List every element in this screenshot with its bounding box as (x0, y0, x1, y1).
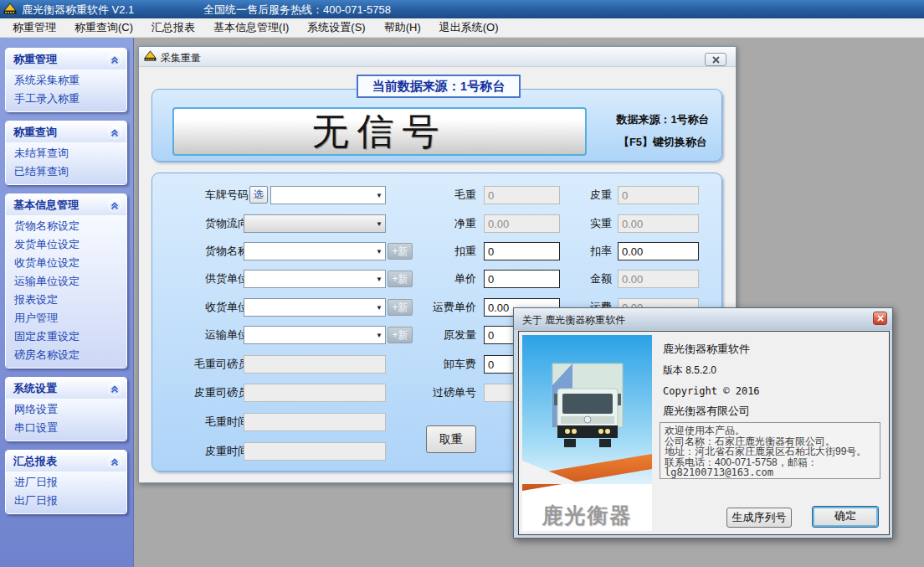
chevron-down-icon: ▼ (376, 192, 382, 199)
sidebar-header-weigh-manage[interactable]: 称重管理 (6, 49, 126, 70)
goods-name-combobox[interactable]: ▼ (244, 242, 386, 260)
app-titlebar: 鹿光衡器称重软件 V2.1 全国统一售后服务热线：400-071-5758 (0, 0, 924, 18)
truck-photo-caption: 鹿光衡器 (522, 502, 652, 529)
gross-operator-label: 毛重司磅员 (157, 357, 249, 372)
truck-photo: 鹿光衡器 (522, 335, 652, 531)
menu-system-settings[interactable]: 系统设置(S) (298, 18, 374, 37)
about-info-line: 地址：河北省石家庄鹿泉区石柏北大街99号。 (665, 446, 875, 457)
sidebar-header-label: 称重查询 (13, 125, 57, 140)
sidebar-header-system-settings[interactable]: 系统设置 (6, 378, 126, 399)
sidebar-item-shipper-setting[interactable]: 发货单位设定 (6, 235, 126, 254)
plate-number-label: 车牌号码 (157, 188, 249, 203)
sidebar-item-transport-setting[interactable]: 运输单位设定 (6, 272, 126, 291)
goods-flow-dropdown[interactable]: ▼ (244, 214, 386, 233)
ticket-number-label: 过磅单号 (403, 385, 476, 400)
source-line: 数据来源：1号称台 (601, 108, 725, 131)
sidebar-section-basic-info: 基本信息管理 货物名称设定 发货单位设定 收货单位设定 运输单位设定 报表设定 … (5, 193, 127, 369)
source-hint: 数据来源：1号称台 【F5】键切换称台 (601, 108, 725, 153)
f5-switch-hint: 【F5】键切换称台 (601, 131, 725, 153)
sidebar-header-label: 称重管理 (13, 52, 57, 67)
gross-operator-field (244, 355, 386, 374)
sidebar-header-label: 汇总报表 (13, 454, 57, 469)
sidebar-item-manual-entry-weigh[interactable]: 手工录入称重 (6, 90, 126, 108)
hotline-text: 全国统一售后服务热线：400-071-5758 (203, 3, 391, 18)
tare-operator-field (244, 384, 386, 402)
chevron-down-icon: ▼ (376, 304, 382, 312)
about-company: 鹿光衡器有限公司 (663, 404, 750, 419)
app-title: 鹿光衡器称重软件 V2.1 (22, 3, 134, 18)
chevron-down-icon: ▼ (376, 276, 382, 283)
sidebar-section-weigh-manage: 称重管理 系统采集称重 手工录入称重 (5, 48, 127, 112)
about-dialog-close-button[interactable] (873, 312, 887, 325)
about-dialog-title: 关于 鹿光衡器称重软件 (522, 313, 625, 327)
supplier-combobox[interactable]: ▼ (244, 270, 386, 288)
amount-label: 金额 (549, 271, 612, 286)
sidebar-header-summary-report[interactable]: 汇总报表 (6, 451, 126, 472)
about-dialog-titlebar: 关于 鹿光衡器称重软件 (514, 308, 892, 330)
ok-button[interactable]: 确定 (812, 506, 879, 528)
receiver-combobox[interactable]: ▼ (244, 298, 386, 317)
sidebar-header-label: 基本信息管理 (13, 198, 79, 213)
generate-serial-button[interactable]: 生成序列号 (726, 508, 792, 528)
about-dialog: 关于 鹿光衡器称重软件 (513, 307, 893, 539)
freight-price-label: 运费单价 (403, 300, 476, 315)
weigh-window-icon (144, 50, 157, 65)
gross-weight-label: 毛重 (403, 188, 476, 203)
menubar: 称重管理 称重查询(C) 汇总报表 基本信息管理(I) 系统设置(S) 帮助(H… (0, 18, 924, 38)
sidebar-item-system-collect-weigh[interactable]: 系统采集称重 (6, 71, 126, 90)
goods-name-label: 货物名称 (157, 244, 249, 259)
unload-fee-label: 卸车费 (403, 357, 476, 372)
gross-time-label: 毛重时间 (157, 415, 249, 430)
deduct-weight-label: 扣重 (403, 244, 476, 259)
menu-exit[interactable]: 退出系统(O) (430, 18, 508, 37)
deduct-rate-label: 扣率 (549, 244, 612, 259)
sidebar-item-serial-port-settings[interactable]: 串口设置 (6, 419, 126, 437)
sidebar-item-outbound-daily-report[interactable]: 出厂日报 (6, 492, 126, 510)
sidebar-item-scalehouse-name-setting[interactable]: 磅房名称设定 (6, 346, 126, 364)
sidebar-header-weigh-query[interactable]: 称重查询 (6, 121, 126, 142)
weight-display: 无信号 (172, 107, 587, 156)
weigh-window-close-button[interactable] (705, 53, 726, 66)
current-source-banner: 当前数据来源：1号称台 (357, 75, 521, 98)
app-logo-icon (3, 3, 17, 18)
sidebar-item-fixed-tare-setting[interactable]: 固定皮重设定 (6, 327, 126, 346)
sidebar-header-basic-info[interactable]: 基本信息管理 (6, 194, 126, 215)
menu-basic-info[interactable]: 基本信息管理(I) (204, 18, 298, 37)
collapse-chevron-icon[interactable] (108, 126, 121, 139)
sidebar-item-user-manage[interactable]: 用户管理 (6, 309, 126, 327)
sidebar-item-settled-query[interactable]: 已结算查询 (6, 162, 126, 181)
take-weight-button[interactable]: 取重 (426, 425, 476, 453)
transport-label: 运输单位 (157, 327, 249, 343)
sidebar-item-goods-name-setting[interactable]: 货物名称设定 (6, 217, 126, 235)
menu-help[interactable]: 帮助(H) (375, 18, 430, 37)
sidebar-item-inbound-daily-report[interactable]: 进厂日报 (6, 473, 126, 492)
plate-number-combobox[interactable]: ▼ (270, 186, 386, 204)
chevron-down-icon: ▼ (376, 248, 382, 255)
sidebar-item-receiver-setting[interactable]: 收货单位设定 (6, 254, 126, 272)
sidebar-item-unsettled-query[interactable]: 未结算查询 (6, 144, 126, 162)
about-product-name: 鹿光衡器称重软件 (663, 342, 750, 357)
actual-weight-label: 实重 (549, 216, 612, 231)
about-version: 版本 8.5.2.0 (663, 363, 716, 378)
transport-combobox[interactable]: ▼ (244, 326, 386, 344)
plate-pick-button[interactable]: 选 (249, 186, 268, 204)
application-window: 鹿光衡器称重软件 V2.1 全国统一售后服务热线：400-071-5758 称重… (0, 0, 924, 567)
original-qty-label: 原发量 (403, 327, 476, 343)
sidebar-item-network-settings[interactable]: 网络设置 (6, 400, 126, 419)
deduct-rate-input[interactable] (618, 242, 699, 260)
tare-time-field (244, 442, 386, 461)
sidebar-item-report-setting[interactable]: 报表设定 (6, 291, 126, 309)
tare-time-label: 皮重时间 (157, 444, 249, 459)
chevron-down-icon: ▼ (376, 332, 382, 339)
weigh-window-title: 采集重量 (161, 51, 201, 65)
collapse-chevron-icon[interactable] (108, 382, 121, 395)
menu-summary-report[interactable]: 汇总报表 (142, 18, 204, 37)
collapse-chevron-icon[interactable] (108, 455, 121, 468)
menu-weigh-query[interactable]: 称重查询(C) (65, 18, 142, 37)
amount-field (618, 270, 699, 288)
sidebar-section-system-settings: 系统设置 网络设置 串口设置 (5, 377, 127, 441)
menu-weigh-manage[interactable]: 称重管理 (3, 18, 65, 37)
collapse-chevron-icon[interactable] (108, 198, 121, 212)
about-info-box: 欢迎使用本产品。 公司名称：石家庄鹿光衡器有限公司。 地址：河北省石家庄鹿泉区石… (660, 422, 880, 479)
collapse-chevron-icon[interactable] (108, 53, 121, 66)
